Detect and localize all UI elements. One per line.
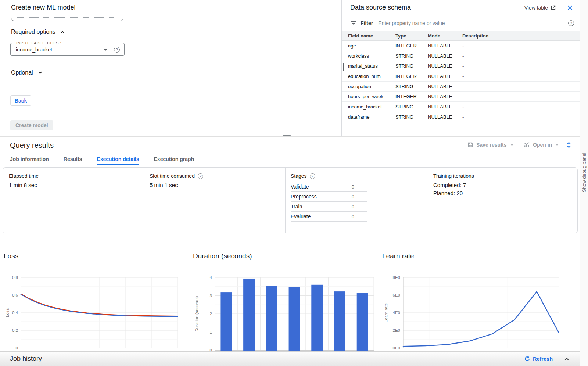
chevron-up-icon bbox=[60, 29, 65, 35]
table-row: workclassSTRINGNULLABLE- bbox=[342, 51, 580, 61]
cell-field: occupation bbox=[348, 84, 395, 89]
svg-text:2: 2 bbox=[210, 312, 212, 316]
tab-execution-details[interactable]: Execution details bbox=[97, 153, 139, 165]
help-icon[interactable]: ? bbox=[198, 173, 203, 179]
help-icon[interactable]: ? bbox=[114, 47, 120, 53]
divider bbox=[427, 168, 427, 233]
cell-type: INTEGER bbox=[395, 73, 428, 79]
show-debug-panel-tab[interactable]: Show debug panel bbox=[581, 152, 587, 192]
iterations-completed: Completed: 7 bbox=[433, 182, 474, 188]
loss-chart: 00.20.40.60.8Loss bbox=[4, 268, 187, 351]
chevron-up-icon[interactable] bbox=[564, 356, 570, 362]
schema-table-header: Field name Type Mode Description bbox=[342, 31, 580, 41]
external-link-icon bbox=[551, 5, 556, 10]
help-icon[interactable]: ? bbox=[568, 20, 574, 26]
stage-row: Train0 bbox=[291, 202, 367, 212]
close-icon[interactable] bbox=[567, 5, 573, 11]
cell-description: - bbox=[462, 114, 580, 120]
elapsed-time-metric: Elapsed time 1 min 8 sec bbox=[9, 173, 39, 188]
help-icon[interactable]: ? bbox=[310, 173, 315, 179]
optional-options-toggle[interactable]: Optional bbox=[11, 69, 43, 76]
cell-type: STRING bbox=[395, 104, 428, 110]
stage-value: 0 bbox=[352, 214, 354, 219]
cell-field: hours_per_week bbox=[348, 94, 395, 99]
input-outline bbox=[11, 15, 123, 21]
create-ml-model-panel: Create new ML model Required options INP… bbox=[0, 0, 342, 136]
svg-text:3: 3 bbox=[210, 294, 212, 298]
cell-description: - bbox=[462, 84, 580, 89]
svg-text:Learn rate: Learn rate bbox=[384, 303, 388, 322]
svg-text:2E0: 2E0 bbox=[393, 328, 400, 333]
tab-results[interactable]: Results bbox=[64, 153, 82, 165]
svg-text:1: 1 bbox=[210, 330, 212, 334]
iterations-planned: Planned: 20 bbox=[433, 190, 474, 196]
save-results-button[interactable]: Save results bbox=[467, 142, 513, 148]
unfold-icon[interactable] bbox=[566, 141, 571, 148]
cell-field: income_bracket bbox=[348, 104, 395, 110]
back-button[interactable]: Back bbox=[10, 95, 31, 106]
divider bbox=[285, 168, 286, 233]
metric-label: Slot time consumed bbox=[150, 173, 195, 179]
svg-text:0.6: 0.6 bbox=[12, 293, 18, 297]
cell-mode: NULLABLE bbox=[428, 104, 462, 110]
cell-mode: NULLABLE bbox=[428, 114, 462, 120]
filter-input[interactable] bbox=[378, 20, 564, 26]
svg-text:0: 0 bbox=[210, 348, 212, 351]
refresh-icon bbox=[524, 356, 530, 362]
column-header: Field name bbox=[348, 33, 395, 39]
save-results-label: Save results bbox=[476, 142, 507, 148]
stages-table: Stages ? Validate0Preprocess0Train0Evalu… bbox=[291, 173, 367, 222]
stage-value: 0 bbox=[352, 204, 354, 209]
svg-text:0E0: 0E0 bbox=[393, 346, 400, 350]
cell-type: STRING bbox=[395, 84, 428, 89]
page-title: Create new ML model bbox=[11, 4, 75, 11]
schema-title: Data source schema bbox=[350, 4, 524, 11]
caret-down-icon bbox=[510, 144, 513, 146]
cell-description: - bbox=[462, 43, 580, 49]
column-header: Description bbox=[462, 33, 580, 39]
scrolled-input-field[interactable] bbox=[11, 15, 124, 21]
svg-text:0.2: 0.2 bbox=[12, 328, 18, 333]
caret-down-icon bbox=[556, 144, 559, 146]
table-row: marital_statusSTRINGNULLABLE- bbox=[342, 61, 580, 71]
column-header: Mode bbox=[428, 33, 462, 39]
filter-label: Filter bbox=[361, 20, 373, 26]
input-label-cols-select[interactable]: INPUT_LABEL_COLS * income_bracket ? bbox=[10, 43, 125, 56]
create-model-button[interactable]: Create model bbox=[10, 120, 53, 130]
cell-description: - bbox=[462, 94, 580, 99]
panel-resize-handle[interactable] bbox=[283, 135, 291, 136]
cell-mode: NULLABLE bbox=[428, 43, 462, 49]
cell-type: INTEGER bbox=[395, 94, 428, 99]
cell-type: INTEGER bbox=[395, 43, 428, 49]
cell-type: STRING bbox=[395, 114, 428, 120]
query-results-header: Query results Save results Open in bbox=[0, 136, 580, 153]
optional-label: Optional bbox=[11, 69, 33, 76]
stage-row: Evaluate0 bbox=[291, 212, 367, 222]
query-results-title: Query results bbox=[10, 141, 54, 150]
refresh-label: Refresh bbox=[533, 356, 553, 362]
view-table-link[interactable]: View table bbox=[524, 5, 556, 11]
table-row: income_bracketSTRINGNULLABLE- bbox=[342, 102, 580, 112]
open-in-label: Open in bbox=[533, 142, 552, 148]
cell-description: - bbox=[462, 53, 580, 59]
stage-row: Preprocess0 bbox=[291, 192, 367, 202]
svg-text:0: 0 bbox=[16, 346, 18, 350]
slot-time-metric: Slot time consumed ? 5 min 1 sec bbox=[150, 173, 203, 188]
cell-mode: NULLABLE bbox=[428, 94, 462, 99]
required-options-toggle[interactable]: Required options bbox=[11, 29, 65, 35]
loss-chart-title: Loss bbox=[4, 252, 18, 260]
svg-text:Loss: Loss bbox=[5, 308, 10, 317]
open-in-button[interactable]: Open in bbox=[524, 142, 559, 148]
caret-down-icon bbox=[104, 49, 107, 51]
schema-header: Data source schema View table bbox=[342, 0, 580, 15]
table-row: education_numINTEGERNULLABLE- bbox=[342, 71, 580, 82]
tab-job-information[interactable]: Job information bbox=[10, 153, 49, 165]
stages-rows: Validate0Preprocess0Train0Evaluate0 bbox=[291, 182, 367, 222]
stage-value: 0 bbox=[352, 194, 354, 200]
cell-description: - bbox=[462, 104, 580, 110]
query-results-tabs: Job informationResultsExecution detailsE… bbox=[0, 153, 580, 165]
refresh-button[interactable]: Refresh bbox=[524, 356, 553, 362]
tab-execution-graph[interactable]: Execution graph bbox=[154, 153, 194, 165]
cell-description: - bbox=[462, 73, 580, 79]
stage-value: 0 bbox=[352, 184, 354, 190]
